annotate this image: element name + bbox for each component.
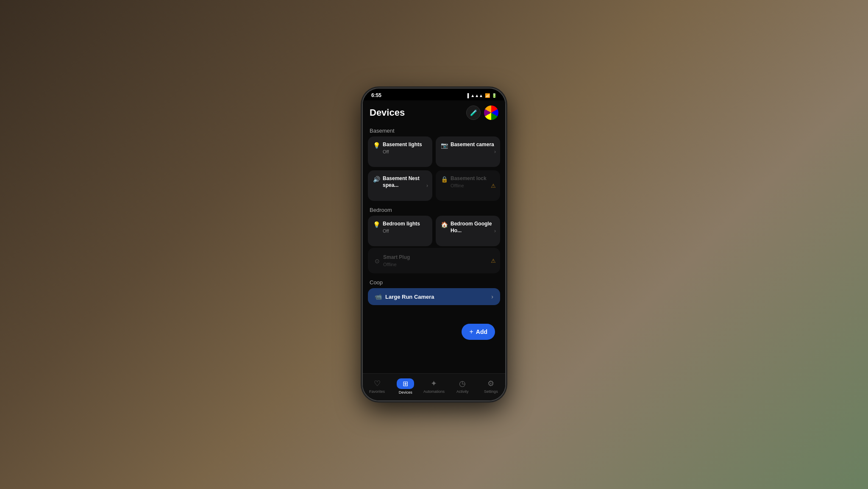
basement-lights-info: Basement lights Off (383, 142, 427, 154)
bedroom-light-icon: 💡 (373, 221, 380, 228)
basement-lock-card[interactable]: 🔒 Basement lock Offline ⚠ (436, 170, 500, 201)
settings-label: Settings (484, 389, 498, 394)
basement-lock-name: Basement lock (451, 175, 495, 182)
bedroom-google-info: Bedroom Google Ho... (451, 221, 495, 234)
bedroom-google-name: Bedroom Google Ho... (451, 221, 495, 234)
smart-plug-warning-icon: ⚠ (491, 258, 496, 264)
basement-lights-status: Off (383, 149, 427, 154)
bedroom-section-header: Bedroom (368, 203, 500, 216)
speaker-icon: 🔊 (373, 176, 380, 183)
basement-nest-name: Basement Nest spea... (383, 175, 427, 189)
basement-lights-name: Basement lights (383, 142, 427, 148)
basement-lights-card[interactable]: 💡 Basement lights Off (368, 136, 432, 167)
signal-icon: ▲▲▲ (470, 93, 483, 98)
add-button[interactable]: + Add (462, 324, 495, 340)
activity-label: Activity (456, 389, 469, 394)
add-button-label: Add (476, 328, 487, 335)
devices-label: Devices (399, 390, 412, 395)
camera-card-left: 📹 Large Run Camera (375, 293, 434, 300)
app-content: Devices 🧪 Basement 💡 (363, 100, 505, 400)
smart-plug-status: Offline (383, 262, 493, 267)
app-header: Devices 🧪 (363, 100, 505, 123)
automations-icon: ✦ (431, 379, 437, 388)
avatar-button[interactable] (484, 106, 498, 120)
favorites-label: Favorites (369, 389, 385, 394)
bedroom-lights-status: Off (383, 228, 427, 233)
smart-plug-icon: ⊙ (375, 258, 380, 264)
basement-camera-info: Basement camera (451, 142, 495, 148)
basement-camera-arrow: › (494, 149, 496, 155)
lab-icon-button[interactable]: 🧪 (466, 106, 481, 120)
large-camera-arrow: › (491, 293, 493, 300)
camera-icon: 📷 (441, 142, 448, 149)
basement-device-grid: 💡 Basement lights Off 📷 Basemen (368, 136, 500, 201)
nav-settings[interactable]: ⚙ Settings (480, 379, 501, 394)
basement-camera-name: Basement camera (451, 142, 495, 148)
basement-nest-arrow: › (426, 183, 428, 189)
large-run-camera-name: Large Run Camera (385, 294, 434, 300)
basement-lock-status: Offline (451, 183, 495, 188)
basement-lock-info: Basement lock Offline (451, 175, 495, 188)
settings-icon: ⚙ (487, 379, 494, 388)
bottom-nav: ♡ Favorites ⊞ Devices ✦ Automations ◷ Ac… (363, 373, 505, 400)
page-title: Devices (370, 107, 405, 118)
smart-plug-card[interactable]: ⊙ Smart Plug Offline ⚠ (368, 248, 500, 273)
devices-icon: ⊞ (403, 380, 408, 387)
bedroom-google-card[interactable]: 🏠 Bedroom Google Ho... › (436, 216, 500, 246)
phone-screen: 6:55 ▐ ▲▲▲ 📶 🔋 Devices 🧪 (362, 88, 506, 401)
bedroom-lights-name: Bedroom lights (383, 221, 427, 228)
bedroom-lights-card[interactable]: 💡 Bedroom lights Off (368, 216, 432, 246)
bedroom-google-arrow: › (494, 228, 496, 234)
header-icons: 🧪 (466, 106, 498, 120)
battery-icon: ▐ (466, 93, 469, 98)
google-home-icon: 🏠 (441, 221, 448, 228)
bedroom-device-grid: 💡 Bedroom lights Off 🏠 Bedroom (368, 216, 500, 246)
nav-activity[interactable]: ◷ Activity (452, 379, 473, 394)
video-camera-icon: 📹 (375, 293, 382, 300)
activity-icon: ◷ (459, 379, 466, 388)
scroll-area[interactable]: Basement 💡 Basement lights Off (363, 123, 505, 385)
nav-devices[interactable]: ⊞ Devices (395, 378, 416, 395)
light-icon: 💡 (373, 142, 380, 149)
nav-automations[interactable]: ✦ Automations (423, 379, 445, 394)
basement-nest-card[interactable]: 🔊 Basement Nest spea... › (368, 170, 432, 201)
add-plus-icon: + (469, 328, 473, 336)
large-run-camera-card[interactable]: 📹 Large Run Camera › (368, 288, 500, 305)
nav-favorites[interactable]: ♡ Favorites (367, 379, 388, 394)
status-time: 6:55 (371, 92, 381, 98)
basement-lock-warning-icon: ⚠ (491, 183, 496, 189)
basement-nest-info: Basement Nest spea... (383, 175, 427, 189)
battery-level-icon: 🔋 (492, 93, 497, 98)
basement-camera-card[interactable]: 📷 Basement camera › (436, 136, 500, 167)
basement-section-header: Basement (368, 123, 500, 136)
flask-icon: 🧪 (470, 109, 477, 116)
smart-plug-name: Smart Plug (383, 254, 493, 261)
lock-icon: 🔒 (441, 176, 448, 183)
favorites-icon: ♡ (374, 379, 381, 388)
coop-section-header: Coop (368, 275, 500, 288)
status-bar: 6:55 ▐ ▲▲▲ 📶 🔋 (363, 89, 505, 100)
wifi-icon: 📶 (485, 93, 490, 98)
phone-device: 6:55 ▐ ▲▲▲ 📶 🔋 Devices 🧪 (362, 88, 506, 401)
smart-plug-info: Smart Plug Offline (383, 254, 493, 267)
status-icons: ▐ ▲▲▲ 📶 🔋 (466, 93, 497, 98)
bedroom-lights-info: Bedroom lights Off (383, 221, 427, 233)
automations-label: Automations (423, 389, 445, 394)
